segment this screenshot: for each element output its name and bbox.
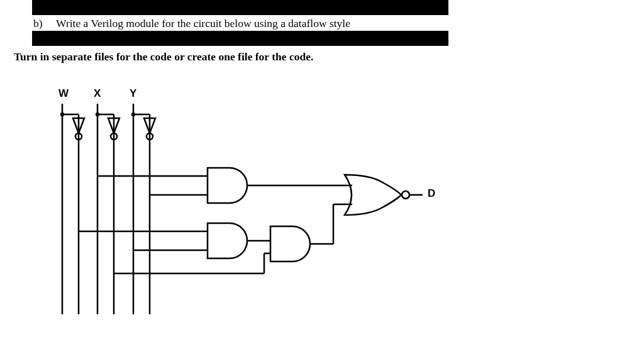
question-label: b)	[33, 17, 53, 30]
svg-rect-0	[32, 31, 448, 46]
instruction-text: Turn in separate files for the code or c…	[14, 50, 313, 63]
svg-point-31	[96, 113, 99, 116]
question-body: Write a Verilog module for the circuit b…	[56, 17, 350, 30]
question-text: b) Write a Verilog module for the circui…	[33, 17, 350, 30]
svg-point-26	[402, 191, 409, 199]
svg-point-30	[60, 113, 64, 116]
circuit-diagram	[38, 88, 491, 339]
redaction-bar-top	[32, 0, 448, 15]
svg-point-32	[131, 113, 135, 116]
redaction-bar-mid	[32, 31, 448, 46]
